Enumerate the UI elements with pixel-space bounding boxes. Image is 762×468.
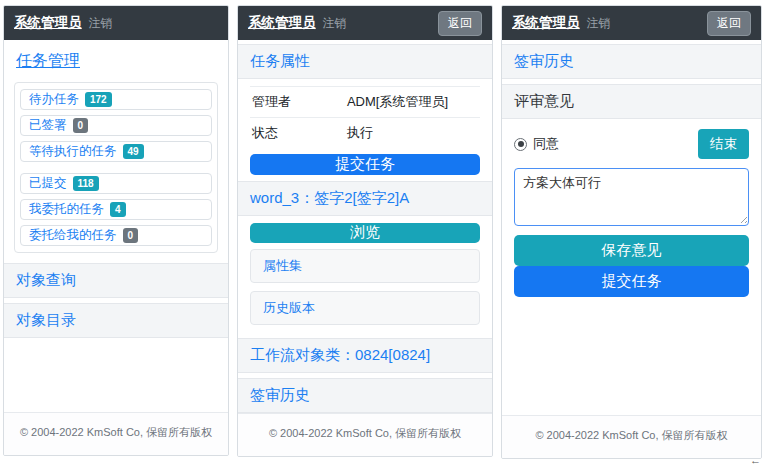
task-count-badge: 4: [110, 202, 126, 217]
property-value: 执行: [347, 124, 373, 142]
review-opinion-title: 评审意见: [502, 84, 761, 119]
task-group-2: 已提交 118 我委托的任务 4 委托给我的任务 0: [20, 173, 212, 246]
corner-arrow-icon: ←: [750, 455, 761, 466]
review-form: 同意 结束 方案大体可行 保存意见 提交任务: [502, 119, 761, 297]
radio-selected-dot-icon: [518, 141, 524, 147]
app-header: 系统管理员 注销: [4, 6, 228, 40]
task-filter-delegated-by-me[interactable]: 我委托的任务 4: [20, 199, 212, 220]
task-filter-list: 待办任务 172 已签署 0 等待执行的任务 49 已提交 118: [14, 82, 218, 253]
history-versions-item[interactable]: 历史版本: [250, 291, 480, 325]
user-link[interactable]: 系统管理员: [512, 14, 580, 32]
property-label: 状态: [252, 124, 347, 142]
logout-link[interactable]: 注销: [323, 15, 347, 32]
property-row-manager: 管理者 ADM[系统管理员]: [250, 86, 480, 117]
workspace: 系统管理员 注销 任务管理 待办任务 172 已签署 0 等待执行的任务 49: [0, 0, 762, 459]
task-count-badge: 0: [73, 118, 89, 133]
task-filter-label: 我委托的任务: [29, 202, 104, 217]
panel-task-properties: 系统管理员 注销 返回 任务属性 管理者 ADM[系统管理员] 状态 执行 提交…: [237, 5, 493, 457]
task-properties-link[interactable]: 任务属性: [238, 44, 492, 79]
task-filter-todo[interactable]: 待办任务 172: [20, 89, 212, 110]
agree-radio-label: 同意: [533, 135, 559, 153]
task-filter-delegated-to-me[interactable]: 委托给我的任务 0: [20, 225, 212, 246]
task-count-badge: 118: [73, 176, 99, 191]
decision-row: 同意 结束: [514, 129, 749, 159]
task-filter-waiting-execution[interactable]: 等待执行的任务 49: [20, 141, 212, 162]
task-filter-label: 待办任务: [29, 92, 79, 107]
logout-link[interactable]: 注销: [587, 15, 611, 32]
copyright-footer: © 2004-2022 KmSoft Co, 保留所有版权: [238, 413, 492, 456]
task-filter-label: 等待执行的任务: [29, 144, 117, 159]
submit-task-button[interactable]: 提交任务: [250, 154, 480, 175]
browse-button[interactable]: 浏览: [250, 223, 480, 244]
panel-review-opinion: 系统管理员 注销 返回 签审历史 评审意见 同意 结束 方案大体可行 保存意见 …: [501, 5, 762, 459]
comment-area-wrap: 方案大体可行: [514, 168, 749, 226]
review-history-link[interactable]: 签审历史: [502, 44, 761, 79]
comment-textarea[interactable]: 方案大体可行: [514, 168, 749, 226]
workflow-object-class-link[interactable]: 工作流对象类：0824[0824]: [238, 338, 492, 373]
task-group-1: 待办任务 172 已签署 0 等待执行的任务 49: [20, 89, 212, 162]
task-count-badge: 49: [123, 144, 144, 159]
object-directory-link[interactable]: 对象目录: [4, 303, 228, 338]
finish-button[interactable]: 结束: [698, 129, 749, 159]
task-filter-signed[interactable]: 已签署 0: [20, 115, 212, 136]
user-link[interactable]: 系统管理员: [248, 14, 316, 32]
app-header: 系统管理员 注销 返回: [502, 6, 761, 40]
attribute-set-item[interactable]: 属性集: [250, 249, 480, 283]
document-link[interactable]: word_3：签字2[签字2]A: [238, 181, 492, 216]
copyright-footer: © 2004-2022 KmSoft Co, 保留所有版权: [4, 412, 228, 455]
task-management-link[interactable]: 任务管理: [16, 52, 80, 69]
task-filter-label: 已签署: [29, 118, 67, 133]
copyright-footer: © 2004-2022 KmSoft Co, 保留所有版权: [502, 415, 761, 458]
user-link[interactable]: 系统管理员: [14, 14, 82, 32]
review-history-link[interactable]: 签审历史: [238, 378, 492, 413]
task-filter-label: 已提交: [29, 176, 67, 191]
back-button[interactable]: 返回: [438, 11, 482, 36]
task-count-badge: 0: [123, 228, 139, 243]
task-count-badge: 172: [85, 92, 112, 107]
agree-radio[interactable]: [514, 138, 527, 151]
submit-task-button[interactable]: 提交任务: [514, 266, 749, 297]
task-filter-submitted[interactable]: 已提交 118: [20, 173, 212, 194]
back-button[interactable]: 返回: [707, 11, 751, 36]
property-value: ADM[系统管理员]: [347, 93, 448, 111]
task-filter-label: 委托给我的任务: [29, 228, 117, 243]
save-opinion-button[interactable]: 保存意见: [514, 235, 749, 266]
logout-link[interactable]: 注销: [89, 15, 113, 32]
object-query-link[interactable]: 对象查询: [4, 263, 228, 298]
property-label: 管理者: [252, 93, 347, 111]
section-title-wrap: 任务管理: [4, 40, 228, 82]
property-row-status: 状态 执行: [250, 117, 480, 148]
panel-task-management: 系统管理员 注销 任务管理 待办任务 172 已签署 0 等待执行的任务 49: [3, 5, 229, 456]
app-header: 系统管理员 注销 返回: [238, 6, 492, 40]
spacer: [238, 216, 492, 223]
property-table: 管理者 ADM[系统管理员] 状态 执行: [250, 86, 480, 148]
